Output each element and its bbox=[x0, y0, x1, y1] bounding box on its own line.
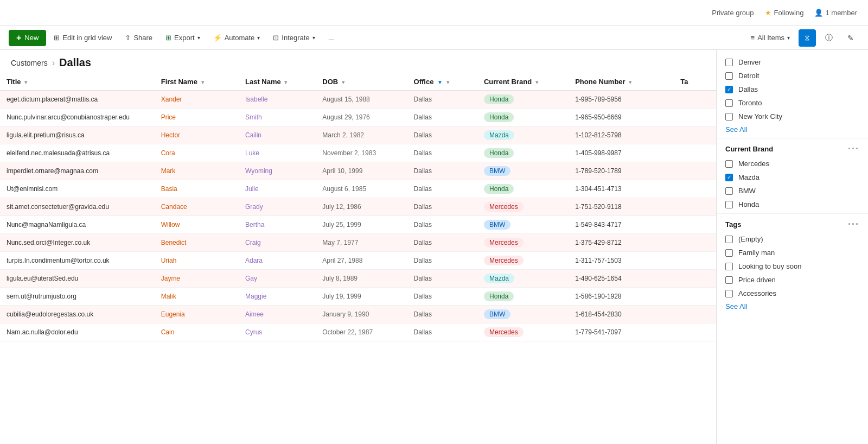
header-phone[interactable]: Phone Number ▾ bbox=[569, 73, 674, 91]
table-row[interactable]: Ut@enimnisl.com Basia Julie August 6, 19… bbox=[0, 180, 716, 198]
tags-filter-item[interactable]: (Empty) bbox=[717, 232, 868, 246]
table-row[interactable]: eleifend.nec.malesuada@atrisus.ca Cora L… bbox=[0, 144, 716, 162]
brand-filter-item[interactable]: Mercedes bbox=[717, 157, 868, 170]
tags-filter-item[interactable]: Accessories bbox=[717, 287, 868, 300]
filter-button[interactable]: ⧖ bbox=[799, 29, 816, 47]
brand-filter-item[interactable]: Honda bbox=[717, 198, 868, 211]
table-row[interactable]: ligula.elit.pretium@risus.ca Hector Cail… bbox=[0, 126, 716, 144]
filter-item-label: Denver bbox=[738, 58, 761, 66]
cell-phone: 1-965-950-6669 bbox=[569, 109, 674, 126]
cell-lname: Adara bbox=[239, 252, 316, 270]
office-filter-item[interactable]: Detroit bbox=[717, 69, 868, 83]
cell-lname: Maggie bbox=[239, 288, 316, 306]
cell-brand: Mercedes bbox=[477, 234, 569, 252]
filter-checkbox[interactable] bbox=[725, 236, 733, 243]
office-filter-item[interactable]: Toronto bbox=[717, 96, 868, 110]
header-office[interactable]: Office ▼ ▾ bbox=[407, 73, 477, 91]
tags-more-button[interactable]: ··· bbox=[848, 219, 859, 229]
filter-item-label: Mercedes bbox=[738, 160, 769, 168]
integrate-button[interactable]: ⊡ Integrate ▾ bbox=[267, 31, 320, 45]
all-items-button[interactable]: ≡ All Items ▾ bbox=[746, 31, 794, 44]
automate-button[interactable]: ⚡ Automate ▾ bbox=[208, 31, 266, 45]
table-row[interactable]: Nunc.pulvinar.arcu@conubianostraper.edu … bbox=[0, 109, 716, 126]
tags-filter-item[interactable]: Price driven bbox=[717, 273, 868, 287]
filter-checkbox[interactable] bbox=[725, 160, 733, 168]
cell-fname: Malik bbox=[155, 288, 239, 306]
cell-tags bbox=[674, 306, 716, 324]
cell-phone: 1-304-451-4713 bbox=[569, 180, 674, 198]
cell-fname: Basia bbox=[155, 180, 239, 198]
filter-checkbox[interactable] bbox=[725, 249, 733, 257]
new-button[interactable]: + New bbox=[9, 30, 46, 46]
filter-checkbox[interactable] bbox=[725, 59, 733, 66]
cell-lname: Luke bbox=[239, 144, 316, 162]
filter-checkbox[interactable] bbox=[725, 72, 733, 80]
filter-icon: ⧖ bbox=[805, 33, 810, 42]
cell-email: turpis.In.condimentum@tortor.co.uk bbox=[0, 252, 155, 270]
table-row[interactable]: turpis.In.condimentum@tortor.co.uk Uriah… bbox=[0, 252, 716, 270]
table-row[interactable]: Nam.ac.nulla@dolor.edu Cain Cyrus Octobe… bbox=[0, 324, 716, 341]
new-label: New bbox=[24, 34, 39, 42]
filter-checkbox[interactable] bbox=[725, 113, 733, 120]
edit-grid-label: Edit in grid view bbox=[62, 34, 112, 42]
office-filter-item[interactable]: Denver bbox=[717, 55, 868, 69]
office-filter-item[interactable]: Dallas bbox=[717, 83, 868, 96]
filter-checkbox[interactable] bbox=[725, 99, 733, 107]
cell-dob: August 29, 1976 bbox=[316, 109, 407, 126]
filter-item-label: Mazda bbox=[738, 173, 760, 181]
breadcrumb-customers[interactable]: Customers bbox=[11, 59, 48, 67]
cell-fname: Jayme bbox=[155, 270, 239, 288]
breadcrumb-separator: › bbox=[52, 58, 55, 68]
tags-filter-item[interactable]: Looking to buy soon bbox=[717, 259, 868, 273]
header-brand[interactable]: Current Brand ▾ bbox=[477, 73, 569, 91]
filter-checkbox[interactable] bbox=[725, 86, 733, 93]
filter-checkbox[interactable] bbox=[725, 201, 733, 208]
filter-checkbox[interactable] bbox=[725, 290, 733, 297]
cell-dob: April 10, 1999 bbox=[316, 162, 407, 180]
brand-more-button[interactable]: ··· bbox=[848, 144, 859, 154]
toolbar-right: ≡ All Items ▾ ⧖ ⓘ ✎ bbox=[746, 29, 859, 47]
table-row[interactable]: sit.amet.consectetuer@gravida.edu Candac… bbox=[0, 198, 716, 216]
edit-grid-button[interactable]: ⊞ Edit in grid view bbox=[48, 31, 117, 45]
brand-filter-item[interactable]: Mazda bbox=[717, 170, 868, 184]
filter-checkbox[interactable] bbox=[725, 174, 733, 181]
info-button[interactable]: ⓘ bbox=[820, 29, 838, 47]
info-icon: ⓘ bbox=[825, 33, 833, 43]
cell-tags bbox=[674, 180, 716, 198]
header-dob[interactable]: DOB ▾ bbox=[316, 73, 407, 91]
brand-filter-items: Mercedes Mazda BMW Honda bbox=[717, 157, 868, 211]
header-title[interactable]: Title ▾ bbox=[0, 73, 155, 91]
cell-phone: 1-618-454-2830 bbox=[569, 306, 674, 324]
table-row[interactable]: Nunc.sed.orci@Integer.co.uk Benedict Cra… bbox=[0, 234, 716, 252]
share-button[interactable]: ⇧ Share bbox=[119, 31, 158, 45]
header-lastname[interactable]: Last Name ▾ bbox=[239, 73, 316, 91]
office-see-all[interactable]: See All bbox=[717, 123, 868, 136]
following-button[interactable]: ★ Following bbox=[765, 9, 804, 17]
filter-checkbox[interactable] bbox=[725, 276, 733, 284]
table-row[interactable]: imperdiet.ornare@magnaa.com Mark Wyoming… bbox=[0, 162, 716, 180]
filter-checkbox[interactable] bbox=[725, 187, 733, 195]
cell-tags bbox=[674, 144, 716, 162]
table-row[interactable]: sem.ut@rutrumjusto.org Malik Maggie July… bbox=[0, 288, 716, 306]
table-row[interactable]: Nunc@magnaNamligula.ca Willow Bertha Jul… bbox=[0, 216, 716, 234]
table-row[interactable]: eget.dictum.placerat@mattis.ca Xander Is… bbox=[0, 91, 716, 109]
brand-badge: Mazda bbox=[484, 274, 514, 283]
table-row[interactable]: cubilia@eudoloregestas.co.uk Eugenia Aim… bbox=[0, 306, 716, 324]
more-button[interactable]: ... bbox=[323, 31, 340, 45]
tags-see-all[interactable]: See All bbox=[717, 300, 868, 313]
cell-phone: 1-311-757-1503 bbox=[569, 252, 674, 270]
header-firstname[interactable]: First Name ▾ bbox=[155, 73, 239, 91]
table-row[interactable]: ligula.eu@uteratSed.edu Jayme Gay July 8… bbox=[0, 270, 716, 288]
list-area: Customers › Dallas Title ▾ First Name ▾ … bbox=[0, 50, 716, 444]
brand-filter-item[interactable]: BMW bbox=[717, 184, 868, 198]
export-button[interactable]: ⊞ Export ▾ bbox=[160, 31, 206, 45]
cell-phone: 1-779-541-7097 bbox=[569, 324, 674, 341]
edit-button[interactable]: ✎ bbox=[842, 29, 859, 47]
brand-badge: BMW bbox=[484, 166, 510, 176]
header-tags[interactable]: Ta bbox=[674, 73, 716, 91]
filter-item-label: Detroit bbox=[738, 72, 759, 80]
filter-item-label: (Empty) bbox=[738, 235, 763, 243]
tags-filter-item[interactable]: Family man bbox=[717, 246, 868, 259]
filter-checkbox[interactable] bbox=[725, 263, 733, 270]
office-filter-item[interactable]: New York City bbox=[717, 110, 868, 123]
